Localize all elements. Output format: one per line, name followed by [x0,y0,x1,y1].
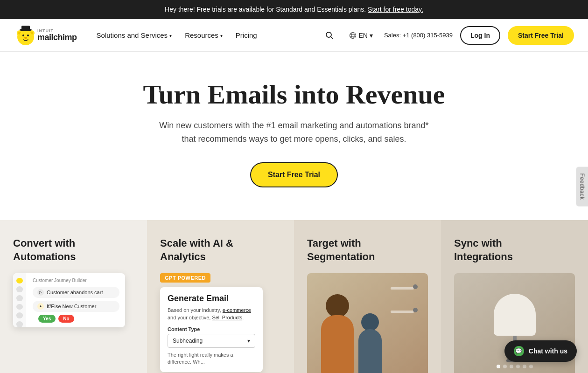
generate-email-heading: Generate Email [168,294,255,304]
chat-widget[interactable]: 💬 Chat with us [504,340,577,362]
nav-resources[interactable]: Resources ▾ [179,28,228,43]
banner-link[interactable]: Start for free today. [368,6,423,13]
dot-3 [510,365,513,368]
feature-section: Convert with Automations Customer Journe… [0,220,588,373]
journey-step-1-label: Customer abandons cart [47,290,103,295]
svg-point-15 [351,32,354,38]
svg-point-8 [27,35,29,36]
globe-icon [349,32,357,39]
search-icon [325,31,334,40]
navbar: INTUIT mailchimp Solutions and Services … [0,19,588,52]
nav-resources-label: Resources [185,31,218,39]
feature-segmentation-title: Target with Segmentation [307,237,400,263]
lang-label: EN [358,32,367,39]
feature-card-automations: Convert with Automations Customer Journe… [0,220,147,373]
nav-solutions[interactable]: Solutions and Services ▾ [91,28,178,43]
dot-6 [529,365,533,368]
alert-icon: ▲ [37,303,44,310]
content-type-label: Content Type [168,326,255,332]
journey-step-1: ▷ Customer abandons cart [33,287,119,298]
sidebar-dot-4 [16,312,23,318]
chevron-down-icon: ▾ [169,33,172,38]
mailchimp-logo-icon [14,24,37,47]
nav-solutions-label: Solutions and Services [97,31,168,39]
sidebar-dot-1 [16,286,23,292]
svg-rect-11 [21,26,30,30]
nav-links: Solutions and Services ▾ Resources ▾ Pri… [91,28,322,43]
chevron-down-icon: ▾ [220,33,223,38]
no-badge: No [58,315,74,323]
yes-no-buttons: Yes No [38,315,119,323]
generate-email-desc: Based on your industry, e-commerce and y… [168,306,255,322]
person-figure-1 [321,294,354,373]
mockup-content: Customer Journey Builder ▷ Customer aban… [33,278,119,323]
start-free-trial-nav-button[interactable]: Start Free Trial [508,26,574,45]
hero-section: Turn Emails into Revenue Win new custome… [0,52,588,220]
nav-right: EN ▾ Sales: +1 (800) 315-5939 Log In Sta… [321,26,574,45]
feature-ai-title: Scale with AI & Analytics [160,237,253,263]
dot-1 [497,365,500,368]
carousel-dots [497,365,533,368]
content-type-value: Subheading [173,338,203,344]
sidebar-dot-5 [16,321,23,327]
dot-4 [516,365,520,368]
login-button[interactable]: Log In [460,26,500,45]
content-type-select[interactable]: Subheading ▾ [168,334,255,348]
logo[interactable]: INTUIT mailchimp [14,24,77,47]
lang-chevron-icon: ▾ [370,32,373,39]
gen-link-products[interactable]: Sell Products [212,315,242,320]
feature-card-segmentation: Target with Segmentation [294,220,441,373]
search-button[interactable] [321,27,338,44]
automations-mockup: Customer Journey Builder ▷ Customer aban… [13,273,125,327]
sales-phone: Sales: +1 (800) 315-5939 [384,32,453,39]
generate-email-box: Generate Email Based on your industry, e… [160,287,263,373]
gpt-badge: GPT POWERED [160,273,210,283]
logo-mailchimp-label: mailchimp [37,33,77,41]
logo-text: INTUIT mailchimp [37,29,77,41]
gen-link-ecommerce[interactable]: e-commerce [223,307,251,313]
feature-integrations-title: Sync with Integrations [454,237,547,263]
hero-title: Turn Emails into Revenue [143,80,445,110]
play-icon: ▷ [37,289,44,296]
chat-label: Chat with us [529,347,567,355]
journey-step-2: ▲ If/Else New Customer [33,301,119,312]
mockup-sidebar [13,273,26,327]
journey-builder-label: Customer Journey Builder [33,278,119,283]
journey-step-2-label: If/Else New Customer [47,304,96,309]
svg-point-14 [350,32,356,38]
hero-subtitle: Win new customers with the #1 email mark… [154,119,434,146]
banner-text: Hey there! Free trials are available for… [165,6,366,13]
shelf-decoration [388,278,414,371]
top-banner: Hey there! Free trials are available for… [0,0,588,19]
svg-point-9 [24,37,27,39]
feature-automations-title: Convert with Automations [13,237,106,263]
sidebar-dot-2 [16,295,23,301]
start-free-trial-hero-button[interactable]: Start Free Trial [250,162,338,187]
gen-desc-part2: and your objective, [168,315,210,320]
svg-line-13 [331,36,333,39]
feature-card-ai: Scale with AI & Analytics GPT POWERED Ge… [147,220,294,373]
dot-5 [523,365,526,368]
sidebar-dot-yellow [16,278,23,284]
yes-badge: Yes [38,315,56,323]
dot-2 [503,365,507,368]
nav-pricing-label: Pricing [236,31,257,39]
chat-bubble-icon: 💬 [514,346,524,356]
nav-pricing[interactable]: Pricing [230,28,263,43]
sidebar-dot-3 [16,304,23,310]
preview-text: The right light really makes a differenc… [168,352,255,366]
gen-desc-part1: Based on your industry, [168,307,221,313]
person-figure-2 [358,313,382,373]
chevron-down-select-icon: ▾ [247,338,250,344]
feedback-tab[interactable]: Feedback [576,167,588,207]
svg-point-7 [22,35,24,36]
language-selector[interactable]: EN ▾ [345,29,376,42]
